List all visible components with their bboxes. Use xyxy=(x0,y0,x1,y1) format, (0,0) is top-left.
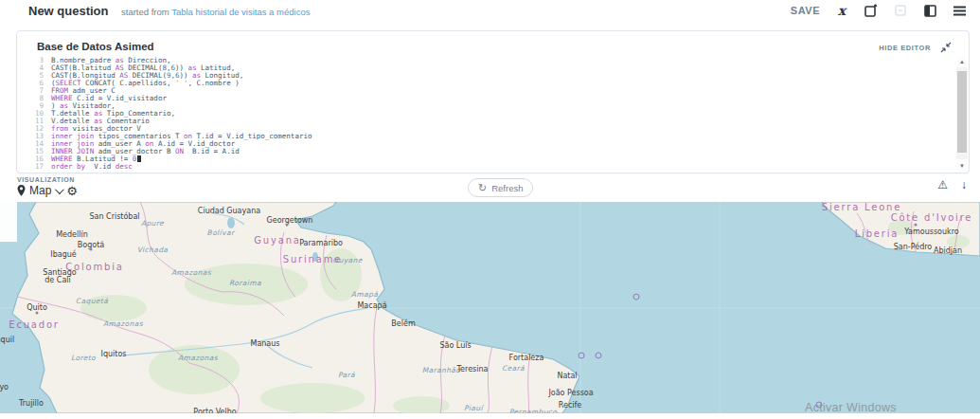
map-label-city: Natal xyxy=(557,372,577,380)
activate-windows-watermark: Activar Windows xyxy=(805,401,897,414)
header-actions: SAVE x xyxy=(791,3,967,18)
city-dot xyxy=(90,248,93,251)
map-label-region: Apure xyxy=(141,219,164,228)
map-label-region: Vichada xyxy=(137,246,169,254)
map-label-city: Chiclayo xyxy=(0,383,9,392)
map-label-city: Macapá xyxy=(357,301,386,310)
map-visualization[interactable]: ColombiaEcuadorGuyanaSurinameSierra Leon… xyxy=(0,202,980,413)
started-from-text: started from Tabla historial de visitas … xyxy=(121,7,310,17)
database-selector[interactable]: Base de Datos Asimed xyxy=(37,41,154,52)
save-button[interactable]: SAVE xyxy=(791,5,820,16)
map-label-city: de Cali xyxy=(45,276,70,284)
map-label-country: Suriname xyxy=(283,254,342,264)
map-label-city: Santiago xyxy=(43,268,76,277)
map-label-country: Colombia xyxy=(65,262,123,272)
map-label-region: Pernambuco xyxy=(509,408,558,414)
viz-settings-gear-icon[interactable]: ⚙ xyxy=(66,185,78,197)
map-label-city: Paramaribo xyxy=(299,239,343,247)
map-label-city: San-Pédro xyxy=(894,243,932,251)
map-label-city: Trujillo xyxy=(19,399,44,408)
map-label-country: Ecuador xyxy=(9,319,59,330)
map-pin-icon xyxy=(17,185,26,196)
map-label-region: Ceará xyxy=(502,364,525,373)
map-label-city: Guayaquil xyxy=(0,336,14,344)
download-icon[interactable]: ↓ xyxy=(961,179,967,191)
map-label-city: Iquitos xyxy=(101,350,127,358)
collapse-icon[interactable] xyxy=(940,40,952,51)
map-label-city: Manaus xyxy=(250,339,279,348)
map-label-region: Guyane xyxy=(332,256,362,264)
refresh-icon: ↻ xyxy=(478,182,487,194)
map-label-city: Porto Velho xyxy=(193,408,236,414)
map-label-city: Yamoussoukro xyxy=(904,228,958,236)
visualization-controls: Map ⚙ xyxy=(17,183,78,198)
map-label-country: Liberia xyxy=(855,228,899,239)
hide-editor-button[interactable]: HIDE EDITOR xyxy=(879,44,931,52)
variables-icon[interactable]: x xyxy=(834,3,849,18)
started-from-label: started from xyxy=(121,7,169,17)
map-label-city: Ciudad Guayana xyxy=(198,207,260,215)
map-label-city: Fortaleza xyxy=(509,354,544,362)
map-label-city: Medellín xyxy=(56,230,88,239)
map-label-country: Sierra Leone xyxy=(822,202,901,212)
map-label-region: Caquetá xyxy=(76,297,108,305)
sql-line[interactable]: 11V.detalle as Comentario xyxy=(27,118,955,125)
warning-icon[interactable]: ⚠ xyxy=(937,179,948,191)
map-label-city: Georgetown xyxy=(267,216,313,225)
map-label-region: Amapá xyxy=(351,290,378,299)
snippets-icon xyxy=(893,3,908,18)
data-point-marker[interactable] xyxy=(633,294,640,301)
sql-line[interactable]: 10T.detalle as Tipo_Comentario, xyxy=(27,110,955,118)
header: New question started from Tabla historia… xyxy=(0,0,980,27)
map-label-region: Maranhão xyxy=(422,366,461,374)
sql-line[interactable]: 8WHERE C.id = V.id_visitador xyxy=(27,95,955,102)
map-label-region: Piauí xyxy=(464,404,483,412)
map-label-city: Abidjan xyxy=(934,246,962,255)
map-label-region: Loreto xyxy=(71,354,96,362)
source-table-link[interactable]: Tabla historial de visitas a médicos xyxy=(171,7,310,17)
map-label-region: Amazonas xyxy=(171,268,211,277)
map-label-region: Amazonas xyxy=(103,319,143,328)
text-cursor xyxy=(137,155,141,162)
refresh-label: Refresh xyxy=(491,183,523,193)
editor-scrollbar[interactable]: ▲ ▼ xyxy=(956,55,968,172)
map-label-city: Ibagué xyxy=(50,250,76,259)
map-label-city: Quito xyxy=(27,303,47,312)
map-label-city: Recife xyxy=(559,401,581,410)
sql-line[interactable]: 16WHERE B.Latitud != 0 xyxy=(27,155,955,163)
data-point-marker[interactable] xyxy=(596,353,602,359)
map-label-country: Guyana xyxy=(254,235,300,246)
map-label-country: Côte d'Ivoire xyxy=(891,212,973,223)
scroll-down-arrow[interactable]: ▼ xyxy=(956,159,968,172)
scroll-up-arrow[interactable]: ▲ xyxy=(956,55,968,67)
result-actions: ⚠ ↓ xyxy=(937,179,967,191)
map-label-region: Pará xyxy=(338,371,355,379)
sql-line[interactable]: 15INNER JOIN adm_user_doctor B ON B.id =… xyxy=(27,148,955,155)
city-dot xyxy=(915,224,918,227)
city-dot xyxy=(36,312,39,315)
data-point-marker[interactable] xyxy=(579,353,585,359)
sql-line[interactable]: 6(SELECT CONCAT( C.apellidos, ' ', C.nom… xyxy=(27,80,955,87)
map-label-city: San Cristóbal xyxy=(89,212,139,221)
refresh-button[interactable]: ↻ Refresh xyxy=(468,178,533,197)
sidebar-toggle-icon[interactable] xyxy=(922,3,937,18)
map-label-region: Amazonas xyxy=(178,354,218,362)
viz-type-dropdown[interactable]: Map xyxy=(17,184,62,197)
sql-line[interactable]: 17order by V.id desc xyxy=(27,163,955,171)
chevron-down-icon xyxy=(55,185,64,194)
sql-editor-panel: Base de Datos Asimed HIDE EDITOR 3B.nomb… xyxy=(16,30,970,173)
menu-icon[interactable] xyxy=(952,3,967,18)
map-label-city: Belém xyxy=(391,319,415,328)
page-title: New question xyxy=(28,4,109,18)
visualization-section-label: VISUALIZATION xyxy=(17,176,75,183)
map-label-city: João Pessoa xyxy=(548,389,593,397)
add-to-dashboard-icon[interactable] xyxy=(864,3,879,18)
map-label-region: Bolívar xyxy=(207,228,235,237)
map-label-city: Teresina xyxy=(457,365,489,373)
scrollbar-thumb[interactable] xyxy=(957,71,967,153)
sql-code-lines[interactable]: 3B.nombre_padre as Direccion,4CAST(B.lat… xyxy=(27,57,955,172)
map-label-region: Roraima xyxy=(229,279,261,287)
viz-type-label: Map xyxy=(29,184,51,197)
map-labels: ColombiaEcuadorGuyanaSurinameSierra Leon… xyxy=(0,202,980,413)
map-label-city: São Luís xyxy=(439,341,471,350)
